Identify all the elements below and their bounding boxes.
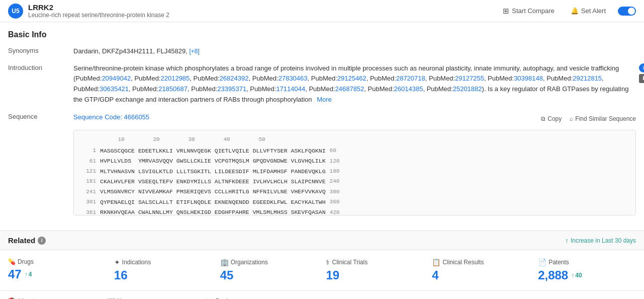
sequence-row: Sequence Sequence Code: 4666055 ⧉ Copy ⌕… — [8, 112, 636, 216]
pubmed-link-9[interactable]: 29212815 — [573, 74, 602, 82]
seq-row-3: 121 MLTVHNASVN LSVIGLKTLD LLLTSGKITL LIL… — [81, 167, 628, 176]
protein-title: LRRK2 Leucine-rich repeat serine/threoni… — [28, 3, 499, 19]
pubmed-link-16[interactable]: 25201882 — [453, 85, 482, 93]
toggle-knob — [628, 8, 635, 15]
stat-indications[interactable]: ✦ Indications 16 — [114, 258, 212, 282]
stat-clinical-results[interactable]: 📋 Clinical Results 4 — [432, 258, 530, 282]
pubmed-link-3[interactable]: 26824392 — [220, 74, 249, 82]
basic-info-title: Basic Info — [8, 30, 636, 39]
seq-row-1: 1 MASGSCQGCE EDEETLKKLI VRLNNVQEGK QIETL… — [81, 146, 628, 156]
trial-icon: ⚕ — [326, 258, 330, 266]
synonyms-value: Dardarin, DKFZp434H2111, FLJ45829, [+8] — [73, 46, 636, 56]
stats-grid-1: 💊 Drugs 47 ↑ 4 ✦ Indications 16 🏢 Organi… — [0, 250, 644, 291]
compare-icon: ⊞ — [503, 7, 509, 16]
pubmed-link-10[interactable]: 30635421 — [100, 85, 129, 93]
more-link[interactable]: More — [317, 96, 332, 103]
pubmed-link-5[interactable]: 29125462 — [337, 74, 366, 82]
pubmed-link-1[interactable]: 20949042 — [102, 74, 131, 82]
stat-patents[interactable]: 📄 Patents 2,888 ↑ 40 — [538, 258, 636, 282]
stats-grid-2: 📚 Literatures 3,044 📰 News 95 ↑ 5 🤝 Deal… — [0, 291, 644, 299]
related-trend: ↑ Increase in Last 30 days — [565, 237, 636, 245]
search-icon: ⌕ — [570, 115, 573, 122]
seq-row-7: 361 RKNKHVQEAA CWALNNLLMY QNSLHEKIGD EDG… — [81, 208, 628, 215]
news-icon: 📰 — [107, 297, 115, 299]
pubmed-link-6[interactable]: 28720718 — [396, 74, 425, 82]
header: U5 LRRK2 Leucine-rich repeat serine/thre… — [0, 0, 644, 22]
synonyms-more-link[interactable]: [+8] — [190, 48, 200, 55]
pubmed-link-14[interactable]: 24687852 — [335, 85, 364, 93]
pubmed-link-8[interactable]: 30398148 — [514, 74, 543, 82]
sequence-display[interactable]: 10 20 30 40 50 1 MASGSCQGCE EDEETLKKLI V… — [73, 130, 636, 215]
synonyms-label: Synonyms — [8, 46, 73, 54]
stat-drugs[interactable]: 💊 Drugs 47 ↑ 4 — [8, 258, 106, 282]
introduction-row: Introduction Serine/threonine-protein ki… — [8, 63, 636, 105]
seq-row-6: 301 QYPENAELQI SALSCLALLT ETIFLNQDLE EKN… — [81, 198, 628, 207]
stat-organizations[interactable]: 🏢 Organizations 45 — [220, 258, 318, 282]
copy-icon: ⧉ — [541, 115, 545, 122]
protein-id: LRRK2 — [28, 3, 499, 12]
org-icon: 🏢 — [220, 258, 229, 266]
pubmed-link-7[interactable]: 29127255 — [455, 74, 484, 82]
info-sidebar-icon[interactable]: i — [639, 63, 644, 72]
seq-row-5: 241 VLMSGNVRCY NIVVEAMKAF PMSERIQEVS CCL… — [81, 187, 628, 196]
patents-increase: ↑ 40 — [571, 272, 582, 279]
stat-literatures[interactable]: 📚 Literatures 3,044 — [8, 297, 99, 299]
logo-icon: U5 — [8, 4, 23, 19]
alert-toggle[interactable] — [618, 7, 636, 16]
drug-icon: 💊 — [8, 258, 16, 265]
seq-row-4: 181 CKALHVLFER VSEEQLTEFV ENKDYMILLS ALT… — [81, 177, 628, 186]
trend-up-icon: ↑ — [565, 237, 569, 245]
sequence-label: Sequence — [8, 112, 73, 120]
up-icon-2: ↑ — [571, 272, 574, 279]
sequence-value: Sequence Code: 4666055 ⧉ Copy ⌕ Find Sim… — [73, 112, 636, 216]
pubmed-link-15[interactable]: 26014385 — [394, 85, 423, 93]
copy-button[interactable]: ⧉ Copy — [541, 115, 562, 122]
introduction-value: Serine/threonine-protein kinase which ph… — [73, 63, 636, 105]
stat-clinical-trials[interactable]: ⚕ Clinical Trials 19 — [326, 258, 424, 282]
start-compare-button[interactable]: ⊞ Start Compare — [499, 5, 559, 18]
stat-deals[interactable]: 🤝 Deals 4 — [205, 297, 296, 299]
protein-full-name: Leucine-rich repeat serine/threonine-pro… — [28, 12, 499, 19]
main-content: Basic Info Synonyms Dardarin, DKFZp434H2… — [0, 22, 644, 231]
indication-icon: ✦ — [114, 258, 120, 266]
synonyms-row: Synonyms Dardarin, DKFZp434H2111, FLJ458… — [8, 46, 636, 56]
related-title: Related i — [8, 236, 46, 245]
find-similar-button[interactable]: ⌕ Find Similar Sequence — [570, 115, 636, 122]
introduction-label: Introduction — [8, 63, 73, 71]
up-icon: ↑ — [25, 271, 28, 278]
intro-text-start: Serine/threonine-protein kinase which ph… — [73, 64, 628, 103]
pubmed-link-13[interactable]: 17114044 — [276, 85, 305, 93]
pubmed-link-2[interactable]: 22012985 — [160, 74, 190, 82]
stat-news[interactable]: 📰 News 95 ↑ 5 — [107, 297, 197, 299]
patent-icon: 📄 — [538, 258, 546, 266]
related-info-icon[interactable]: i — [38, 237, 46, 245]
collapse-sidebar-icon[interactable]: ⬇ — [639, 74, 644, 83]
header-actions: ⊞ Start Compare 🔔 Set Alert — [499, 5, 636, 18]
lit-icon: 📚 — [8, 297, 17, 299]
drugs-increase: ↑ 4 — [25, 271, 32, 278]
sequence-code-link[interactable]: Sequence Code: 4666055 — [73, 112, 149, 122]
pubmed-link-11[interactable]: 21850687 — [158, 85, 188, 93]
bell-icon: 🔔 — [571, 7, 579, 15]
seq-row-2: 61 HVPLLVLDS YMRVASVQQV GWSLLCKLIE VCPGT… — [81, 157, 628, 166]
pubmed-link-12[interactable]: 23395371 — [217, 85, 246, 93]
sequence-actions: ⧉ Copy ⌕ Find Similar Sequence — [541, 115, 636, 122]
pubmed-link-4[interactable]: 27830463 — [279, 74, 308, 82]
set-alert-button[interactable]: 🔔 Set Alert — [567, 5, 610, 17]
deal-icon: 🤝 — [205, 297, 214, 299]
related-header: Related i ↑ Increase in Last 30 days — [0, 231, 644, 250]
result-icon: 📋 — [432, 258, 440, 266]
